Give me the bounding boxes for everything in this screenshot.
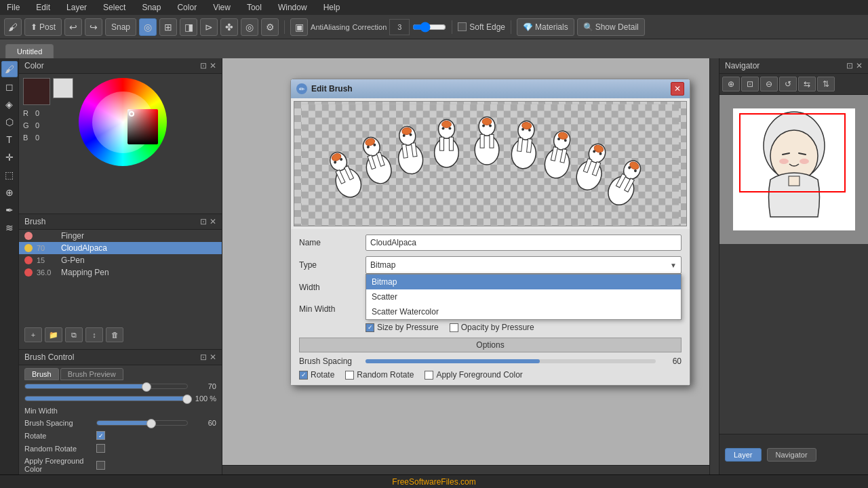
fit-btn[interactable]: ⊡ [741, 77, 759, 92]
name-input[interactable] [366, 235, 682, 251]
redo-button[interactable]: ↪ [85, 18, 102, 36]
brush-tool[interactable]: 🖌 [1, 61, 18, 77]
apply-fg-color-item[interactable]: Apply Foreground Color [425, 370, 522, 380]
brush-copy-btn[interactable]: ⧉ [65, 327, 83, 342]
transform-tool[interactable]: ✛ [1, 149, 18, 165]
brush-move-btn[interactable]: ↕ [85, 327, 103, 342]
brush-item-mappingpen[interactable]: 36.0 Mapping Pen [19, 266, 222, 279]
spacing-slider-track[interactable] [96, 420, 188, 426]
smudge-tool[interactable]: ≋ [1, 220, 18, 236]
fg-color-checkbox[interactable] [96, 461, 105, 470]
symmetry-btn[interactable]: ⊳ [200, 18, 218, 36]
background-swatch[interactable] [53, 78, 73, 98]
flip-h-btn[interactable]: ⇆ [798, 77, 816, 92]
zoom-in-btn[interactable]: ⊕ [722, 77, 740, 92]
tab-untitled[interactable]: Untitled [5, 44, 54, 58]
brush-panel-detach[interactable]: ⊡ [200, 217, 207, 226]
menu-window[interactable]: Window [274, 1, 311, 14]
opacity-pressure-checkbox[interactable] [450, 323, 458, 332]
menu-edit[interactable]: Edit [32, 1, 54, 14]
snap-circle-btn[interactable]: ◎ [139, 18, 157, 36]
select-tool[interactable]: ⬚ [1, 167, 18, 183]
menu-snap[interactable]: Snap [138, 1, 165, 14]
size-pressure-checkbox[interactable] [366, 323, 374, 332]
fill-tool[interactable]: ◈ [1, 96, 18, 113]
opts-spacing-slider[interactable] [366, 359, 656, 363]
zoom-out-btn[interactable]: ⊖ [760, 77, 778, 92]
color-wheel[interactable] [79, 78, 167, 166]
navigator-close[interactable]: ✕ [856, 61, 863, 70]
brush-control-close[interactable]: ✕ [210, 352, 216, 362]
color-picker[interactable]: ✒ [1, 202, 18, 218]
minwidth-slider-track[interactable] [24, 396, 188, 401]
menu-layer[interactable]: Layer [62, 1, 91, 14]
type-dropdown[interactable]: Bitmap ▼ [366, 256, 682, 274]
menu-tool[interactable]: Tool [243, 1, 266, 14]
brush-panel-close[interactable]: ✕ [210, 217, 216, 226]
minwidth-slider-thumb[interactable] [182, 394, 192, 404]
layer-icon[interactable]: ▣ [290, 18, 308, 36]
rotate-checkbox-dialog[interactable] [299, 371, 308, 380]
brush-item-cloudalpaca[interactable]: 70 CloudAlpaca [19, 242, 222, 254]
correction-slider[interactable] [412, 19, 446, 35]
navigator-detach[interactable]: ⊡ [846, 61, 853, 70]
snap-button[interactable]: Snap [105, 18, 136, 36]
materials-button[interactable]: 💎 Materials [517, 18, 574, 36]
foreground-swatch[interactable] [23, 78, 50, 105]
transform-btn[interactable]: ✤ [220, 18, 238, 36]
color-panel-detach[interactable]: ⊡ [200, 61, 207, 70]
ruler-btn[interactable]: ◨ [180, 18, 197, 36]
type-option-scatter[interactable]: Scatter [366, 289, 681, 304]
dialog-close-btn[interactable]: ✕ [671, 82, 684, 96]
opacity-pressure-label: Opacity by Pressure [461, 323, 534, 332]
size-slider-thumb[interactable] [142, 382, 151, 392]
scrollbar-right[interactable] [709, 58, 719, 474]
circle-btn[interactable]: ◎ [241, 18, 258, 36]
grid-btn[interactable]: ⊞ [159, 18, 177, 36]
rotate-checkbox[interactable] [96, 431, 105, 440]
eraser-tool[interactable]: ◻ [1, 79, 18, 95]
color-panel-close[interactable]: ✕ [210, 61, 216, 70]
brush-delete-btn[interactable]: 🗑 [106, 327, 123, 342]
random-rotate-checkbox-dialog[interactable] [345, 371, 354, 380]
brush-folder-btn[interactable]: 📁 [45, 327, 62, 342]
menu-select[interactable]: Select [99, 1, 130, 14]
brush-item-finger[interactable]: Finger [19, 230, 222, 242]
rotate-item[interactable]: Rotate [299, 370, 334, 380]
soft-edge-checkbox[interactable] [458, 22, 467, 31]
post-button[interactable]: ⬆ Post [24, 18, 62, 36]
spacing-slider-thumb[interactable] [146, 419, 156, 428]
menu-file[interactable]: File [3, 1, 24, 14]
text-tool[interactable]: T [1, 131, 18, 148]
flip-v-btn[interactable]: ⇅ [817, 77, 835, 92]
apply-fg-color-checkbox-dialog[interactable] [425, 371, 433, 380]
brush-control-detach[interactable]: ⊡ [200, 352, 207, 362]
layer-tab[interactable]: Layer [725, 448, 762, 462]
rotate-reset-btn[interactable]: ↺ [779, 77, 797, 92]
brush-item-gpen[interactable]: 15 G-Pen [19, 254, 222, 266]
brush-add-btn[interactable]: + [24, 327, 42, 342]
random-rotate-item[interactable]: Random Rotate [345, 370, 414, 380]
type-option-scatter-watercolor[interactable]: Scatter Watercolor [366, 304, 681, 319]
menu-color[interactable]: Color [173, 1, 201, 14]
show-detail-button[interactable]: 🔍 Show Detail [577, 18, 645, 36]
navigator-controls: ⊡ ✕ [846, 61, 863, 70]
shape-tool[interactable]: ⬡ [1, 114, 18, 130]
scrollbar-bottom[interactable] [222, 465, 709, 474]
tab-brush-preview[interactable]: Brush Preview [60, 368, 123, 380]
tab-brush[interactable]: Brush [24, 368, 59, 380]
type-option-bitmap[interactable]: Bitmap [366, 274, 681, 289]
size-slider-track[interactable] [24, 384, 188, 389]
navigator-tab-btn[interactable]: Navigator [767, 448, 816, 462]
menu-view[interactable]: View [209, 1, 235, 14]
settings-btn[interactable]: ⚙ [261, 18, 279, 36]
undo-button[interactable]: ↩ [64, 18, 82, 36]
opacity-by-pressure-item[interactable]: Opacity by Pressure [450, 323, 534, 332]
menu-help[interactable]: Help [319, 1, 344, 14]
new-brush-icon[interactable]: 🖌 [4, 18, 22, 36]
correction-input[interactable] [389, 19, 410, 35]
right-panel: Navigator ⊡ ✕ ⊕ ⊡ ⊖ ↺ ⇆ ⇅ [719, 58, 868, 474]
random-rotate-checkbox[interactable] [96, 444, 105, 453]
zoom-tool[interactable]: ⊕ [1, 184, 18, 201]
size-by-pressure-item[interactable]: Size by Pressure [366, 323, 439, 332]
